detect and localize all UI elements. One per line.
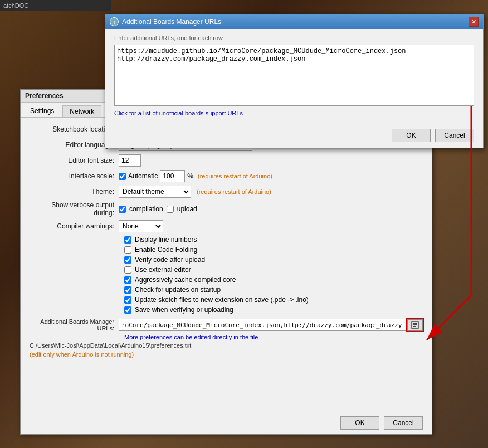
compiler-warnings-label: Compiler warnings: [30,222,119,230]
theme-note: (requires restart of Arduino) [197,188,271,195]
pref-ok-button[interactable]: OK [340,416,379,430]
external-editor-label: Use external editor [135,266,191,274]
abm-titlebar: i Additional Boards Manager URLs ✕ [105,14,483,29]
pct-label: % [187,172,193,180]
abm-title: Additional Boards Manager URLs [122,18,221,26]
scale-note: (requires restart of Arduino) [198,173,272,179]
abm-title-left: i Additional Boards Manager URLs [110,17,221,26]
save-when-verifying-label: Save when verifying or uploading [135,306,233,314]
checkbox-save-when-verifying: Save when verifying or uploading [30,306,423,314]
scale-spinner[interactable] [160,170,185,182]
enable-code-folding-checkbox[interactable] [124,246,131,254]
edit-icon [411,321,419,329]
interface-scale-label: Interface scale: [30,172,119,180]
checkbox-display-line-numbers: Display line numbers [30,236,423,244]
checkbox-update-sketch: Update sketch files to new extension on … [30,296,423,304]
more-prefs-link[interactable]: More preferences can be edited directly … [30,334,423,340]
pref-cancel-button[interactable]: Cancel [384,416,423,430]
urls-edit-button[interactable] [407,319,423,331]
additional-urls-row: Additional Boards Manager URLs: [30,318,423,332]
compiler-warnings-control: None [119,220,423,232]
editor-font-control [119,154,423,167]
interface-scale-control: Automatic % (requires restart of Arduino… [119,170,423,182]
update-sketch-label: Update sketch files to new extension on … [135,296,309,304]
tab-settings[interactable]: Settings [23,105,61,117]
verbose-compilation-label: compilation [129,205,163,213]
verbose-control: compilation upload [119,205,423,213]
verbose-upload-checkbox[interactable] [167,206,174,213]
edit-note: (edit only when Arduino is not running) [30,351,134,358]
app-title: atchDOC [3,2,28,9]
display-line-numbers-label: Display line numbers [135,236,197,244]
verify-code-label: Verify code after upload [135,256,205,264]
theme-select[interactable]: Default theme [119,186,191,198]
verbose-compilation-checkbox[interactable] [119,206,126,213]
checkbox-external-editor: Use external editor [30,266,423,274]
svg-rect-1 [413,323,417,324]
compiler-warnings-select[interactable]: None [119,220,163,232]
automatic-label: Automatic [128,172,158,180]
abm-hint: Enter additional URLs, one for each row [114,35,474,41]
preferences-footer: OK Cancel [21,412,432,434]
svg-rect-2 [413,324,417,325]
verbose-row: Show verbose output during: compilation … [30,201,423,217]
abm-cancel-button[interactable]: Cancel [435,129,474,142]
compiler-warnings-row: Compiler warnings: None [30,220,423,232]
aggressively-cache-label: Aggressively cache compiled core [135,276,236,284]
abm-ok-button[interactable]: OK [392,129,431,142]
prefs-path-container: C:\Users\Mic-Josi\AppData\Local\Arduino1… [30,342,423,349]
checkbox-check-updates: Check for updates on startup [30,286,423,294]
display-line-numbers-checkbox[interactable] [124,236,131,244]
additional-urls-input[interactable] [119,319,406,331]
editor-font-row: Editor font size: [30,154,423,167]
tab-network[interactable]: Network [62,105,101,117]
aggressively-cache-checkbox[interactable] [124,276,131,284]
theme-label: Theme: [30,188,119,196]
additional-urls-label: Additional Boards Manager URLs: [30,318,119,332]
abm-urls-textarea[interactable]: https://mcudude.github.io/MicroCore/pack… [114,45,474,106]
check-updates-checkbox[interactable] [124,286,131,294]
automatic-checkbox[interactable] [119,173,126,180]
abm-dialog: i Additional Boards Manager URLs ✕ Enter… [105,14,484,148]
enable-code-folding-label: Enable Code Folding [135,246,197,254]
external-editor-checkbox[interactable] [124,266,131,274]
preferences-body: Sketchbook location: Browse Editor langu… [21,118,432,412]
interface-scale-row: Interface scale: Automatic % (requires r… [30,170,423,182]
svg-rect-3 [413,326,416,327]
checkbox-aggressively-cache: Aggressively cache compiled core [30,276,423,284]
abm-footer: OK Cancel [105,126,483,148]
save-when-verifying-checkbox[interactable] [124,306,131,314]
abm-close-button[interactable]: ✕ [469,17,479,27]
verify-code-checkbox[interactable] [124,256,131,264]
checkbox-enable-code-folding: Enable Code Folding [30,246,423,254]
verbose-label: Show verbose output during: [30,201,119,217]
checkbox-verify-code: Verify code after upload [30,256,423,264]
check-updates-label: Check for updates on startup [135,286,221,294]
abm-icon: i [110,17,119,26]
prefs-path: C:\Users\Mic-Josi\AppData\Local\Arduino1… [30,342,191,349]
abm-unofficial-link[interactable]: Click for a list of unofficial boards su… [114,110,474,116]
abm-body: Enter additional URLs, one for each row … [105,29,483,126]
verbose-upload-label: upload [177,205,197,213]
editor-font-label: Editor font size: [30,157,119,164]
editor-font-input[interactable] [119,154,141,167]
theme-row: Theme: Default theme (requires restart o… [30,186,423,198]
update-sketch-checkbox[interactable] [124,296,131,304]
theme-control: Default theme (requires restart of Ardui… [119,186,423,198]
edit-note-container: (edit only when Arduino is not running) [30,350,423,358]
app-titlebar: atchDOC [0,0,111,11]
